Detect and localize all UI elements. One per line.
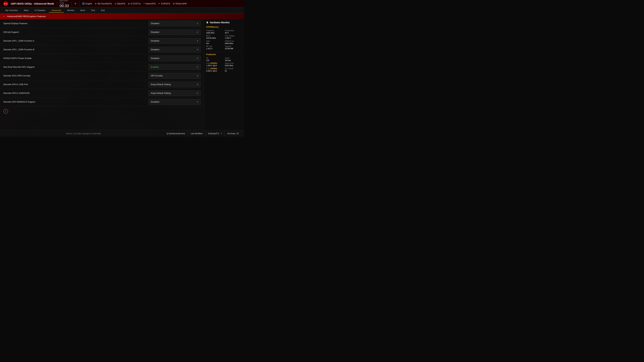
setting-value-text-special-display: Disabled (151, 22, 159, 25)
setting-row-ssid[interactable]: Discrete GPU's SSID/SVID Keep Default Se… (0, 89, 204, 97)
setting-value-dsm-b[interactable]: Disabled ▼ (148, 47, 200, 52)
setting-row-non-eval[interactable]: Non-Eval Discrete GPU Support Enabled ▼ (0, 63, 204, 71)
globe-icon: 🌐 (82, 2, 85, 5)
cooler-value: 166 pts (225, 59, 242, 61)
settings-action[interactable]: ⚙ (74, 2, 76, 5)
sp-label: SP (206, 57, 224, 59)
temperature-value: 30°C (225, 32, 242, 34)
setting-value-dsm-a[interactable]: Disabled ▼ (148, 38, 200, 44)
hw-core-voltage-block: Core Voltage 1.332 V (225, 35, 242, 39)
search-action[interactable]: ? Search(F9) (144, 2, 156, 5)
ez-mode-button[interactable]: EzMode(F7) ⊣ (205, 130, 224, 137)
aura-action[interactable]: ✦ AURA(F4) (158, 2, 170, 5)
sp-value: 119 (206, 59, 224, 61)
setting-row-dsm-b[interactable]: Discrete GPU _DSM Function B Disabled ▼ (0, 45, 204, 54)
setting-row-bomaco[interactable]: Discrete GPU BOMACO Support Disabled ▼ (0, 97, 204, 106)
hw-dram-freq-block: DRAM Freq. 6400 MHz (225, 40, 242, 44)
setting-value-usb[interactable]: Keep Default Setting ▼ (148, 82, 200, 87)
resize-icon: ⊞ (173, 2, 175, 5)
header-actions: ⚙ 🌐 English ★ My Favorite(F3) ◎ Qfan(F6)… (74, 1, 187, 6)
nav-main[interactable]: Main (21, 8, 31, 12)
temperature-label-text: Temperature (225, 29, 242, 32)
hw-frequency-label: Frequency 4300 MHz (206, 29, 224, 34)
nav-exit[interactable]: Exit (98, 8, 107, 12)
setting-row-nvidia-dgpu[interactable]: NVIDIA DGPU Power Enable Disabled ▼ (0, 54, 204, 63)
nav-tool[interactable]: Tool (88, 8, 98, 12)
setting-value-non-eval[interactable]: Enabled ▼ (148, 64, 200, 70)
setting-value-text-usb: Keep Default Setting (151, 83, 171, 86)
my-favorite-action[interactable]: ★ My Favorite(F3) (95, 2, 112, 5)
dropdown-arrow-nvidia-dgpu: ▼ (196, 57, 198, 59)
hw-ratio-block: Ratio 43x (206, 40, 224, 44)
settings-panel: Special Display Features Disabled ▼ D3Co… (0, 19, 204, 130)
dos-thresh-label: Dos Thresh (225, 67, 242, 70)
dram-freq-label: DRAM Freq. (225, 40, 242, 42)
hw-bclk-block: BCLK 100.00 MHz (206, 35, 224, 39)
setting-row-dsm-a[interactable]: Discrete GPU _DSM Function A Disabled ▼ (0, 36, 204, 45)
v4300-value: 0.930 V @L5 (206, 70, 224, 72)
hot-keys-label: Hot Keys (228, 132, 236, 135)
ratio-label: Ratio (206, 40, 224, 42)
svg-text:ROG: ROG (4, 3, 8, 5)
hot-keys-button[interactable]: Hot Keys ? (224, 130, 242, 137)
nav-advanced[interactable]: Advanced (49, 8, 64, 12)
hw-capacity-block: Capacity 32768 MB (225, 45, 242, 50)
hw-section-cpu-memory-title: CPU/Memory (206, 26, 242, 28)
breadcrumb-path: Advanced\AMD PBS\Graphics Features (7, 15, 46, 17)
datetime-block: 09/27/2024 Friday 00:33 (60, 0, 69, 8)
setting-value-nvidia-dgpu[interactable]: Disabled ▼ (148, 55, 200, 61)
aura-icon: ✦ (158, 2, 160, 5)
setting-row-hpd[interactable]: Discrete GPU HPD Circuitry OR Circuitry … (0, 71, 204, 80)
hw-section-prediction-title: Prediction (206, 53, 242, 56)
breadcrumb-back-button[interactable]: ← (3, 15, 5, 18)
nav-monitor[interactable]: Monitor (64, 8, 77, 12)
qfan-action[interactable]: ◎ Qfan(F6) (114, 2, 125, 5)
setting-value-bomaco[interactable]: Disabled ▼ (148, 99, 200, 105)
info-icon: i (3, 109, 8, 114)
ez-mode-icon: ⊣ (220, 132, 222, 135)
last-modified-label: Last Modified (190, 132, 202, 135)
setting-value-text-nvidia-dgpu: Disabled (151, 57, 159, 59)
hw-cpu-memory-grid: Frequency 4300 MHz Temperature 30°C BCLK… (206, 29, 242, 50)
bclk-value: 100.00 MHz (206, 37, 224, 39)
setting-row-d3cold[interactable]: D3Cold Support Disabled ▼ (0, 28, 204, 36)
breadcrumb-bar: ← Advanced\AMD PBS\Graphics Features (0, 13, 244, 19)
q-dashboard-button[interactable]: Q-Dashboard(Insert) (164, 130, 188, 137)
dropdown-arrow-ssid: ▼ (196, 92, 198, 94)
setting-row-usb[interactable]: Discrete GPU's USB Port Keep Default Set… (0, 80, 204, 89)
setting-value-text-d3cold: Disabled (151, 31, 159, 33)
setting-label-nvidia-dgpu: NVIDIA DGPU Power Enable (3, 57, 148, 59)
ai-oc-action[interactable]: ◈ AI OC(F11) (128, 2, 141, 5)
navbar: My Favorites Main Ai Tweaker Advanced Mo… (0, 7, 244, 13)
setting-value-d3cold[interactable]: Disabled ▼ (148, 29, 200, 35)
resize-bar-action[interactable]: ⊞ ReSize BAR (173, 2, 187, 5)
setting-value-hpd[interactable]: OR Circuitry ▼ (148, 73, 200, 79)
hw-temperature-block: Temperature 30°C (225, 29, 242, 34)
question-icon: ? (144, 2, 144, 5)
info-section: i (0, 106, 204, 116)
setting-row-special-display[interactable]: Special Display Features Disabled ▼ (0, 19, 204, 28)
setting-value-special-display[interactable]: Disabled ▼ (148, 21, 200, 26)
language-action[interactable]: 🌐 English (82, 2, 92, 5)
fan-icon: ◎ (114, 2, 116, 5)
ez-mode-label: EzMode(F7) (208, 132, 219, 135)
core-voltage-value: 1.332 V (225, 37, 242, 39)
setting-label-dsm-b: Discrete GPU _DSM Function B (3, 48, 148, 51)
asus-logo: ROG (3, 1, 9, 7)
dropdown-arrow-bomaco: ▼ (196, 101, 198, 103)
dropdown-arrow-dsm-b: ▼ (196, 49, 198, 51)
setting-value-text-dsm-a: Disabled (151, 39, 159, 42)
setting-label-bomaco: Discrete GPU BOMACO Support (3, 100, 148, 103)
dropdown-arrow-d3cold: ▼ (196, 31, 198, 33)
last-modified-button[interactable]: Last Modified (188, 130, 205, 137)
hardware-monitor-panel: 🖥 Hardware Monitor CPU/Memory Frequency … (204, 19, 244, 130)
nav-ai-tweaker[interactable]: Ai Tweaker (32, 8, 48, 12)
hw-mc-volt-block: MC Volt. 1.412 V (206, 45, 224, 50)
setting-value-ssid[interactable]: Keep Default Setting ▼ (148, 90, 200, 96)
app-title: UEFI BIOS Utility - Advanced Mode (11, 2, 54, 5)
nav-boot[interactable]: Boot (78, 8, 88, 12)
statusbar: Version 2.22.1284 Copyright (C) 2024 AMI… (0, 130, 244, 137)
nav-my-favorites[interactable]: My Favorites (3, 8, 20, 12)
hot-keys-icon: ? (236, 132, 239, 135)
ai-icon: ◈ (128, 2, 130, 5)
